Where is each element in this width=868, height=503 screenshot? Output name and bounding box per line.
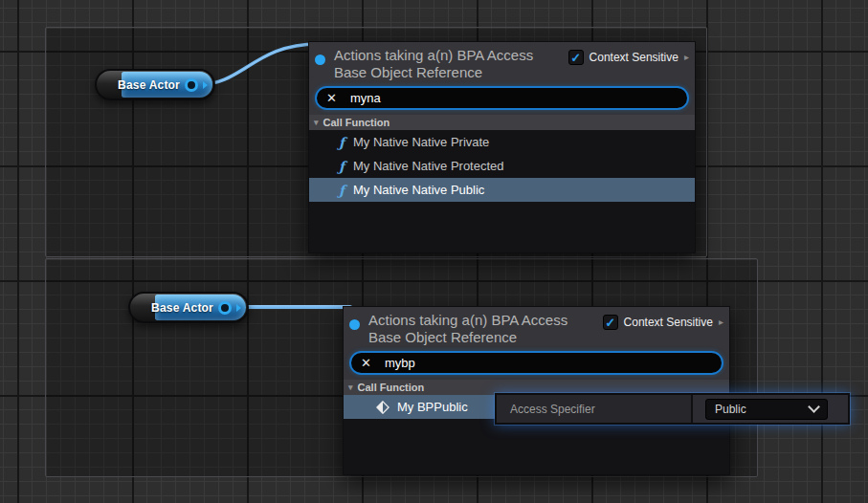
submenu-arrow-icon[interactable]: ▸: [719, 317, 723, 327]
search-input[interactable]: [385, 356, 712, 370]
node-base-actor-bottom[interactable]: Base Actor: [128, 292, 249, 323]
category-label: Call Function: [323, 117, 390, 128]
blueprint-graph-canvas[interactable]: Base Actor Base Actor Actions taking a(n…: [0, 0, 868, 503]
node-title: Base Actor: [118, 78, 180, 92]
clear-search-icon[interactable]: ✕: [361, 357, 371, 369]
reference-pin-dot-icon: [315, 55, 325, 65]
category-label: Call Function: [358, 382, 425, 393]
context-sensitive-checkbox[interactable]: ✓: [568, 50, 584, 65]
context-sensitive-toggle[interactable]: ✓ Context Sensitive ▸: [603, 315, 723, 348]
function-icon: ƒ: [339, 160, 345, 173]
menu-title: Actions taking a(n) BPA Access Base Obje…: [368, 312, 594, 348]
context-sensitive-label: Context Sensitive: [590, 51, 679, 64]
blueprint-function-diamond-icon: [376, 401, 389, 414]
access-specifier-section: Access Specifier: [497, 395, 693, 423]
list-item-label: My Native Native Protected: [353, 159, 504, 173]
output-pin-icon[interactable]: [185, 78, 198, 92]
clear-search-icon[interactable]: ✕: [326, 92, 337, 104]
function-icon: ƒ: [339, 136, 345, 149]
list-item-selected[interactable]: ƒ My Native Native Public: [309, 178, 695, 202]
output-pin-arrow-icon: [203, 81, 208, 89]
list-item[interactable]: ƒ My Native Native Private: [309, 130, 695, 154]
node-base-actor-top[interactable]: Base Actor: [95, 69, 215, 100]
context-sensitive-checkbox[interactable]: ✓: [603, 315, 618, 330]
access-specifier-label: Access Specifier: [510, 403, 595, 416]
category-call-function[interactable]: ▾ Call Function: [309, 115, 695, 130]
action-search-box[interactable]: ✕: [349, 351, 723, 375]
action-menu-bottom: Actions taking a(n) BPA Access Base Obje…: [343, 306, 730, 475]
collapse-arrow-icon: ▾: [314, 118, 319, 127]
action-menu-top: Actions taking a(n) BPA Access Base Obje…: [308, 41, 696, 253]
list-item-label: My Native Native Private: [353, 135, 489, 149]
menu-title: Actions taking a(n) BPA Access Base Obje…: [334, 47, 560, 83]
access-specifier-value-section: Public: [693, 395, 848, 423]
collapse-arrow-icon: ▾: [348, 383, 353, 392]
function-icon: ƒ: [339, 184, 345, 197]
context-sensitive-label: Context Sensitive: [624, 316, 713, 329]
check-icon: ✓: [605, 316, 615, 330]
context-sensitive-toggle[interactable]: ✓ Context Sensitive ▸: [568, 50, 689, 83]
menu-header: Actions taking a(n) BPA Access Base Obje…: [309, 42, 695, 115]
chevron-down-icon: [808, 401, 820, 413]
list-item[interactable]: ƒ My Native Native Protected: [309, 154, 695, 178]
output-pin-icon[interactable]: [218, 301, 232, 315]
menu-header: Actions taking a(n) BPA Access Base Obje…: [344, 307, 729, 380]
submenu-arrow-icon[interactable]: ▸: [684, 52, 689, 62]
access-specifier-dropdown[interactable]: Public: [705, 399, 828, 420]
action-list: ƒ My Native Native Private ƒ My Native N…: [309, 130, 695, 252]
action-tooltip: Access Specifier Public: [495, 393, 850, 425]
check-icon: ✓: [570, 51, 581, 65]
list-item-label: My Native Native Public: [353, 183, 484, 197]
dropdown-value: Public: [715, 403, 746, 416]
reference-pin-dot-icon: [349, 319, 360, 330]
search-input[interactable]: [350, 91, 678, 105]
list-item-label: My BPPublic: [397, 400, 468, 414]
node-title: Base Actor: [151, 301, 213, 315]
output-pin-arrow-icon: [236, 304, 241, 312]
action-search-box[interactable]: ✕: [315, 86, 689, 110]
